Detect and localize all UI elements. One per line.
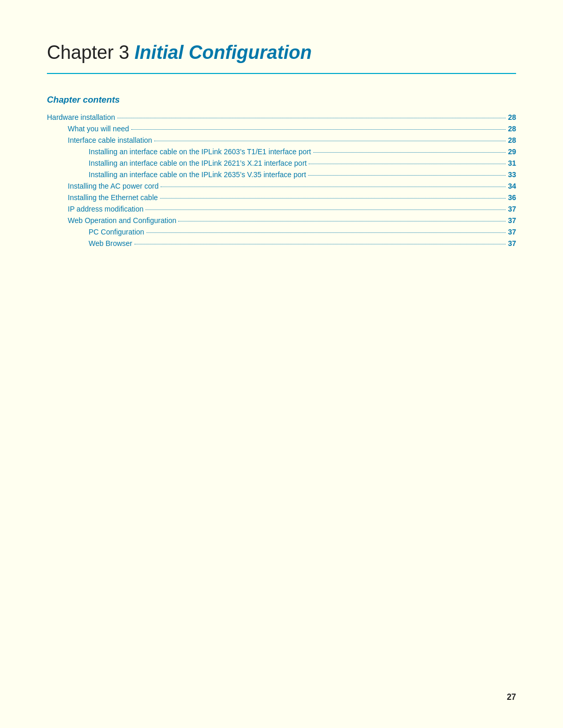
toc-page-10: 37 [508,228,516,236]
toc-item: Installing the AC power cord34 [47,180,516,190]
toc-item: Installing the Ethernet cable36 [47,192,516,202]
toc-link-5[interactable]: Installing an interface cable on the IPL… [89,170,306,179]
toc-dots [117,110,506,118]
toc-item: IP address modification37 [47,203,516,213]
toc-page-2: 28 [508,136,516,144]
toc-link-6[interactable]: Installing the AC power cord [68,182,158,190]
toc-dots [146,225,506,233]
chapter-prefix: Chapter 3 [47,42,134,63]
toc-link-7[interactable]: Installing the Ethernet cable [68,193,158,202]
toc-page-3: 29 [508,147,516,156]
toc-item: Web Browser37 [47,238,516,248]
toc-link-9[interactable]: Web Operation and Configuration [68,216,176,225]
toc-page-9: 37 [508,216,516,225]
toc-dots [145,202,506,210]
toc-page-1: 28 [508,125,516,133]
page-number-footer: 27 [507,693,516,702]
toc-link-8[interactable]: IP address modification [68,205,143,213]
toc-page-8: 37 [508,205,516,213]
toc-item: Hardware installation28 [47,112,516,121]
toc-item: Installing an interface cable on the IPL… [47,169,516,179]
chapter-contents-section: Chapter contents Hardware installation28… [47,95,516,248]
toc-dots [309,156,506,164]
page-container: Chapter 3 Initial Configuration Chapter … [0,0,563,291]
toc-list: Hardware installation28What you will nee… [47,112,516,248]
toc-page-7: 36 [508,193,516,202]
toc-page-0: 28 [508,113,516,121]
toc-item: Interface cable installation28 [47,134,516,144]
toc-page-5: 33 [508,170,516,179]
toc-link-4[interactable]: Installing an interface cable on the IPL… [89,159,307,167]
toc-item: PC Configuration37 [47,226,516,236]
toc-item: Installing an interface cable on the IPL… [47,146,516,156]
toc-dots [161,179,506,187]
toc-dots [160,190,506,199]
chapter-contents-heading: Chapter contents [47,95,516,105]
toc-dots [134,236,506,244]
toc-dots [131,121,506,130]
toc-page-6: 34 [508,182,516,190]
chapter-title-block: Chapter 3 Initial Configuration [47,42,516,74]
toc-item: Installing an interface cable on the IPL… [47,157,516,167]
toc-page-11: 37 [508,239,516,248]
chapter-title: Chapter 3 Initial Configuration [47,42,516,64]
toc-page-4: 31 [508,159,516,167]
toc-dots [178,213,506,221]
toc-link-10[interactable]: PC Configuration [89,228,144,236]
toc-link-0[interactable]: Hardware installation [47,113,115,121]
toc-item: Web Operation and Configuration37 [47,215,516,225]
toc-link-3[interactable]: Installing an interface cable on the IPL… [89,147,311,156]
toc-item: What you will need28 [47,123,516,133]
chapter-title-bold: Initial Configuration [134,42,312,63]
toc-dots [313,144,506,153]
toc-link-1[interactable]: What you will need [68,125,129,133]
toc-link-2[interactable]: Interface cable installation [68,136,152,144]
toc-dots [308,167,506,176]
toc-link-11[interactable]: Web Browser [89,239,132,248]
toc-dots [154,133,506,141]
